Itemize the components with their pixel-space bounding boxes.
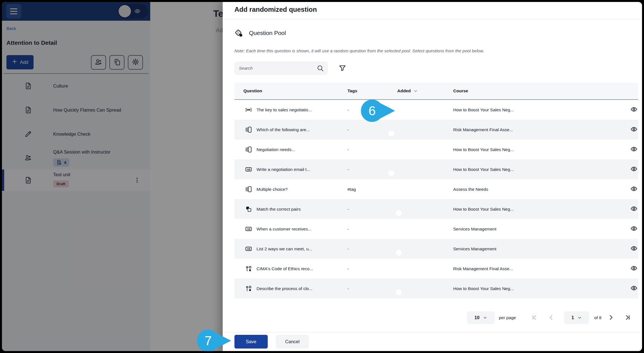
chevron-right-icon	[608, 314, 614, 322]
first-page-button[interactable]	[531, 314, 538, 322]
per-page-label: per page	[499, 315, 516, 320]
page-select[interactable]: 1	[564, 311, 589, 324]
question-tags: -	[347, 266, 395, 271]
question-course: Services Management	[453, 227, 624, 232]
question-row: Negotiation needs... - How to Boost Your…	[234, 140, 638, 159]
chevron-down-icon	[577, 316, 582, 320]
preview-question-button[interactable]	[630, 225, 638, 233]
svg-text:AB: AB	[247, 168, 250, 171]
modal-title: Add randomized question	[234, 6, 317, 13]
question-course: Assess the Needs	[453, 187, 624, 192]
question-text: List 2 ways we can meet, u...	[257, 246, 312, 251]
sequence-question-type-icon	[245, 265, 252, 272]
preview-question-button[interactable]	[630, 106, 638, 114]
prev-page-button[interactable]	[548, 314, 554, 322]
preview-question-button[interactable]	[630, 284, 638, 293]
eye-icon	[630, 205, 638, 213]
search-box	[234, 62, 328, 75]
textab-question-type-icon: AB	[245, 245, 252, 252]
preview-question-button[interactable]	[630, 185, 638, 193]
question-text: Match the correct pairs	[257, 207, 301, 212]
choice-question-type-icon	[245, 186, 252, 193]
last-page-button[interactable]	[624, 314, 631, 322]
svg-text:AB: AB	[247, 228, 250, 230]
question-row: AB When a customer receives... - Service…	[234, 219, 638, 239]
preview-question-button[interactable]	[630, 165, 638, 173]
question-text: Multiple choice?	[257, 187, 288, 192]
chevron-down-icon	[413, 89, 418, 93]
question-tags: -	[347, 227, 395, 232]
question-row: Describe the process of clo... - How to …	[234, 279, 638, 298]
filter-icon[interactable]	[339, 64, 346, 72]
question-text: When a customer receives...	[257, 227, 311, 232]
page-count-label: of 8	[594, 315, 601, 320]
preview-question-button[interactable]	[630, 126, 638, 134]
preview-question-button[interactable]	[630, 265, 638, 273]
col-added-sort[interactable]: Added	[395, 88, 453, 93]
question-row: Match the correct pairs - How to Boost Y…	[234, 199, 638, 219]
last-page-icon	[624, 314, 631, 322]
sequence-question-type-icon	[245, 285, 252, 292]
eye-icon	[630, 165, 638, 173]
modal-footer: Save Cancel	[223, 332, 642, 351]
slider-question-type-icon	[245, 106, 252, 113]
eye-icon	[630, 185, 638, 193]
eye-icon	[630, 106, 638, 114]
save-button[interactable]: Save	[234, 335, 268, 349]
question-text: Describe the process of clo...	[257, 286, 312, 291]
textab-question-type-icon: AB	[245, 225, 252, 232]
question-pool-table: Question Tags Added Course The key to sa…	[234, 83, 638, 298]
svg-text:AB: AB	[247, 248, 250, 250]
modal-title-divider	[223, 19, 642, 19]
question-tags: -	[347, 127, 395, 132]
question-course: How to Boost Your Sales Neg...	[453, 147, 624, 152]
page-size-select[interactable]: 10	[467, 311, 495, 324]
cancel-button[interactable]: Cancel	[276, 335, 309, 349]
eye-icon	[630, 245, 638, 253]
col-tags: Tags	[347, 88, 395, 93]
question-course: How to Boost Your Sales Neg...	[453, 107, 624, 112]
pool-note: Note: Each time this question is shown, …	[234, 48, 484, 53]
question-course: Risk Management Final Asse...	[453, 266, 624, 271]
question-course: Services Management	[453, 246, 624, 251]
preview-question-button[interactable]	[630, 145, 638, 154]
preview-question-button[interactable]	[630, 205, 638, 213]
question-tags: -	[347, 207, 395, 212]
question-tags: -	[347, 167, 395, 172]
choice-question-type-icon	[245, 126, 252, 133]
app-window: Back Attention to Detail Add Culture How…	[2, 2, 642, 351]
question-row: AB Write a negotiation email t... - How …	[234, 159, 638, 179]
question-pool-label: Question Pool	[249, 30, 286, 36]
eye-icon	[630, 145, 638, 154]
table-header: Question Tags Added Course	[234, 83, 638, 100]
question-text: Which of the following are...	[257, 127, 310, 132]
col-course: Course	[453, 88, 624, 93]
eye-icon	[630, 225, 638, 233]
question-row: Multiple choice? #tag Assess the Needs	[234, 179, 638, 199]
eye-icon	[630, 265, 638, 273]
question-text: The key to sales negotiatio...	[257, 107, 312, 112]
question-tags: -	[347, 246, 395, 251]
chevron-down-icon	[483, 316, 487, 320]
question-course: How to Boost Your Sales Neg...	[453, 167, 624, 172]
preview-question-button[interactable]	[630, 245, 638, 253]
modal-backdrop[interactable]	[2, 2, 223, 351]
question-tags: -	[347, 147, 395, 152]
search-icon[interactable]	[317, 65, 324, 72]
first-page-icon	[531, 314, 538, 322]
col-question: Question	[234, 88, 347, 93]
dice-icon	[234, 29, 243, 37]
choice-question-type-icon	[245, 146, 252, 153]
question-row: AB List 2 ways we can meet, u... - Servi…	[234, 239, 638, 259]
question-text: CIMA's Code of Ethics reco...	[257, 266, 313, 271]
next-page-button[interactable]	[608, 314, 614, 322]
pagination: 10 per page 1 of 8	[467, 311, 631, 324]
add-randomized-question-modal: Add randomized question Question Pool No…	[223, 2, 642, 351]
search-input[interactable]	[234, 62, 328, 75]
question-row: CIMA's Code of Ethics reco... - Risk Man…	[234, 259, 638, 279]
question-tags: -	[347, 286, 395, 291]
question-course: How to Boost Your Sales Neg...	[453, 207, 624, 212]
textab-question-type-icon: AB	[245, 166, 252, 173]
question-row: Which of the following are... - Risk Man…	[234, 120, 638, 140]
question-course: Risk Management Final Asse...	[453, 127, 624, 132]
